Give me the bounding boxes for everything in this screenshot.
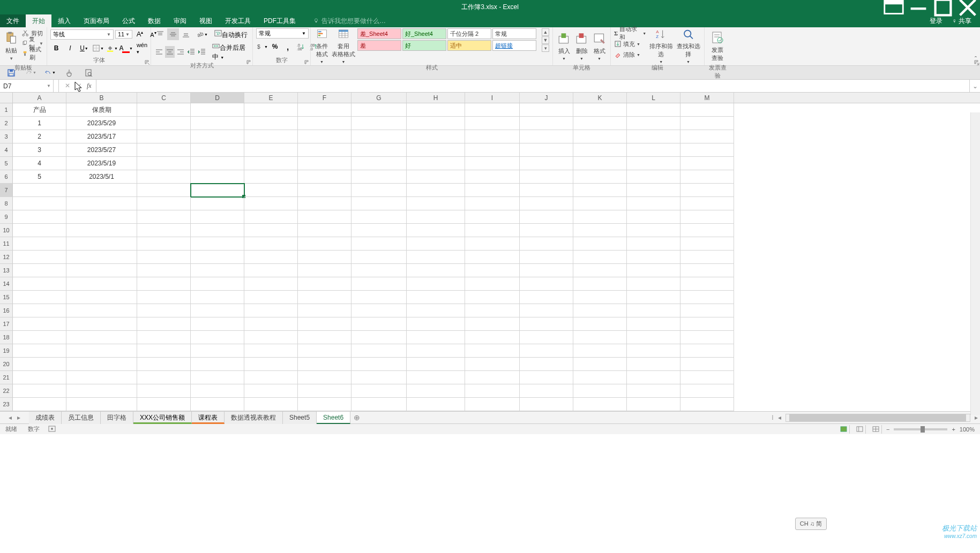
- increase-font-button[interactable]: A▴: [134, 28, 146, 40]
- cell-J3[interactable]: [520, 130, 573, 143]
- cell-B5[interactable]: 2023/5/19: [66, 157, 137, 170]
- cell-M1[interactable]: [680, 103, 734, 117]
- row-header-12[interactable]: 12: [0, 251, 13, 264]
- row-header-4[interactable]: 4: [0, 143, 13, 157]
- cell-K14[interactable]: [573, 277, 627, 291]
- cell-K3[interactable]: [573, 130, 627, 143]
- cell-K1[interactable]: [573, 103, 627, 117]
- gallery-more[interactable]: ▾: [542, 44, 549, 52]
- cell-K23[interactable]: [573, 398, 627, 411]
- cell-E8[interactable]: [244, 197, 298, 210]
- cell-H12[interactable]: [407, 251, 465, 264]
- cell-G13[interactable]: [351, 264, 407, 277]
- row-header-2[interactable]: 2: [0, 117, 13, 130]
- cell-G15[interactable]: [351, 291, 407, 304]
- align-right-button[interactable]: [176, 46, 185, 58]
- cell-K2[interactable]: [573, 117, 627, 130]
- cell-J6[interactable]: [520, 170, 573, 184]
- row-header-10[interactable]: 10: [0, 224, 13, 237]
- cell-styles-gallery[interactable]: 差_Sheet4好_Sheet4千位分隔 2常规差好适中超链接: [357, 28, 542, 52]
- clear-button[interactable]: 清除 ▼: [614, 50, 646, 59]
- cell-E6[interactable]: [244, 170, 298, 184]
- cell-E23[interactable]: [244, 398, 298, 411]
- cell-B13[interactable]: [66, 264, 137, 277]
- cell-D20[interactable]: [191, 358, 244, 371]
- cell-D11[interactable]: [191, 237, 244, 251]
- cell-K15[interactable]: [573, 291, 627, 304]
- cell-K10[interactable]: [573, 224, 627, 237]
- cell-K5[interactable]: [573, 157, 627, 170]
- tab-insert[interactable]: 插入: [51, 14, 77, 27]
- column-header-D[interactable]: D: [191, 93, 244, 103]
- row-header-20[interactable]: 20: [0, 358, 13, 371]
- hscroll-right[interactable]: ▸: [972, 414, 980, 421]
- cell-F23[interactable]: [298, 398, 351, 411]
- sheet-tab-6[interactable]: Sheet5: [283, 412, 317, 424]
- align-bottom-button[interactable]: [180, 28, 192, 40]
- row-header-3[interactable]: 3: [0, 130, 13, 143]
- sheet-nav-last[interactable]: ▸: [17, 414, 20, 421]
- cell-I1[interactable]: [465, 103, 520, 117]
- cell-E22[interactable]: [244, 384, 298, 398]
- cell-J10[interactable]: [520, 224, 573, 237]
- gallery-scroll-up[interactable]: ▲: [542, 28, 549, 36]
- cell-D10[interactable]: [191, 224, 244, 237]
- cell-C20[interactable]: [137, 358, 191, 371]
- cell-I11[interactable]: [465, 237, 520, 251]
- cell-K21[interactable]: [573, 371, 627, 384]
- row-header-22[interactable]: 22: [0, 384, 13, 398]
- cell-E17[interactable]: [244, 317, 298, 331]
- tab-pagelayout[interactable]: 页面布局: [77, 14, 116, 27]
- touch-mode-button[interactable]: [63, 67, 75, 79]
- column-header-F[interactable]: F: [298, 93, 351, 103]
- cell-B11[interactable]: [66, 237, 137, 251]
- cell-L11[interactable]: [627, 237, 680, 251]
- bold-button[interactable]: B: [50, 42, 62, 54]
- cell-B15[interactable]: [66, 291, 137, 304]
- cell-E16[interactable]: [244, 304, 298, 317]
- cell-M13[interactable]: [680, 264, 734, 277]
- cell-G5[interactable]: [351, 157, 407, 170]
- cell-F16[interactable]: [298, 304, 351, 317]
- decrease-decimal-button[interactable]: .00.0: [308, 41, 319, 52]
- hscroll-left[interactable]: ◂: [776, 414, 783, 421]
- cell-I4[interactable]: [465, 143, 520, 157]
- tab-split-handle[interactable]: ⁞: [772, 414, 776, 421]
- alignment-dialog-launcher[interactable]: [246, 59, 252, 65]
- cell-J17[interactable]: [520, 317, 573, 331]
- vertical-scrollbar[interactable]: [970, 112, 980, 415]
- percent-button[interactable]: %: [269, 41, 281, 52]
- align-top-button[interactable]: [154, 28, 166, 40]
- cell-B1[interactable]: 保质期: [66, 103, 137, 117]
- redo-button[interactable]: ▼: [25, 67, 36, 79]
- cell-L4[interactable]: [627, 143, 680, 157]
- cell-H19[interactable]: [407, 344, 465, 358]
- cell-M17[interactable]: [680, 317, 734, 331]
- cell-K13[interactable]: [573, 264, 627, 277]
- cell-I6[interactable]: [465, 170, 520, 184]
- cell-G12[interactable]: [351, 251, 407, 264]
- decrease-indent-button[interactable]: [186, 46, 196, 58]
- collapse-ribbon-button[interactable]: ˆ: [975, 56, 977, 63]
- cell-H16[interactable]: [407, 304, 465, 317]
- cell-E14[interactable]: [244, 277, 298, 291]
- cell-H21[interactable]: [407, 371, 465, 384]
- cell-style-0[interactable]: 差_Sheet4: [357, 28, 401, 39]
- cell-M2[interactable]: [680, 117, 734, 130]
- insert-function-button[interactable]: fx: [87, 82, 92, 90]
- fill-button[interactable]: 填充 ▼: [614, 39, 646, 49]
- cell-J11[interactable]: [520, 237, 573, 251]
- cell-A23[interactable]: [13, 398, 66, 411]
- delete-cells-button[interactable]: 删除▼: [574, 28, 589, 64]
- cell-I5[interactable]: [465, 157, 520, 170]
- cell-G1[interactable]: [351, 103, 407, 117]
- cell-I17[interactable]: [465, 317, 520, 331]
- cell-E2[interactable]: [244, 117, 298, 130]
- cell-L23[interactable]: [627, 398, 680, 411]
- row-header-7[interactable]: 7: [0, 184, 13, 197]
- align-center-button[interactable]: [165, 46, 175, 58]
- cell-D6[interactable]: [191, 170, 244, 184]
- column-header-G[interactable]: G: [351, 93, 407, 103]
- cell-K4[interactable]: [573, 143, 627, 157]
- cell-E1[interactable]: [244, 103, 298, 117]
